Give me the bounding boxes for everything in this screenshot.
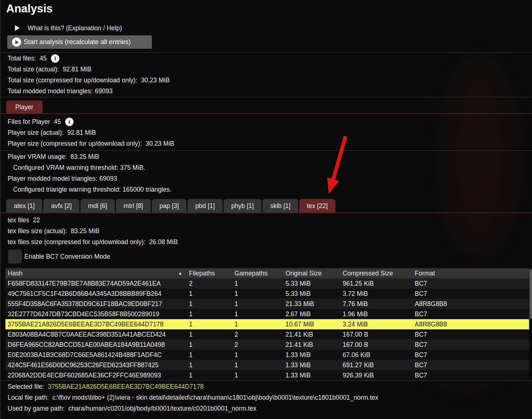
- separator: [0, 52, 532, 52]
- info-icon[interactable]: i: [51, 54, 59, 63]
- column-header-format[interactable]: Format: [415, 268, 435, 278]
- table-row[interactable]: 49C7561CF5C1F42B6D86B4A345A3D8BBB89FB264…: [5, 289, 529, 299]
- column-header-original-size[interactable]: Original Size: [285, 268, 322, 278]
- table-row[interactable]: F658FD833147E79B7BE7A8B83E74AD59A2E461EA…: [5, 278, 529, 289]
- player-vram-line: Player VRAM usage: 83.25 MiB: [8, 151, 99, 162]
- separator: [0, 380, 532, 381]
- table-row[interactable]: E0E2003BA1B3C68D7C66E5A861424B488F1ADF4C…: [5, 350, 529, 360]
- table-row[interactable]: 32E2777D6247DB73CBD4EC535B58F8B500289019…: [5, 309, 529, 319]
- tab-atex[interactable]: atex [1]: [6, 199, 42, 213]
- bc7-conversion-label: Enable BC7 Conversion Mode: [24, 251, 110, 262]
- tex-size-actual-line: tex files size (actual): 83.25 MiB: [8, 226, 99, 236]
- tab-mdl[interactable]: mdl [6]: [80, 199, 115, 213]
- player-files-line: Files for Player 45 i: [8, 116, 74, 127]
- vram-threshold-line: Configured VRAM warning threshold: 375 M…: [13, 162, 145, 173]
- total-files-label: Total files:: [8, 55, 36, 62]
- bc7-conversion-checkbox[interactable]: [8, 250, 22, 263]
- total-size-compressed-line: Total size (compressed for up/download o…: [8, 75, 170, 86]
- column-header-filepaths[interactable]: Filepaths: [189, 268, 215, 278]
- selected-file-line: Selected file: 3755BAE21A826D5E6BEEAE3D7…: [8, 381, 204, 392]
- tex-size-compressed-line: tex files size (compressed for up/downlo…: [8, 236, 178, 247]
- table-row[interactable]: 22068A2DDE4ECBF602685AE36CF2FFC46E989093…: [5, 370, 529, 380]
- info-icon[interactable]: i: [65, 118, 74, 126]
- table-row[interactable]: 555F4D358AC6FA35378DD9C61F18BAC9ED0BF217…: [5, 299, 529, 309]
- start-analysis-label: Start analysis (recalculate all entries): [24, 38, 131, 46]
- table-scrollbar-thumb[interactable]: [529, 269, 532, 319]
- player-size-actual-line: Player size (actual): 92.81 MiB: [8, 127, 96, 138]
- tab-pap[interactable]: pap [3]: [152, 199, 187, 213]
- file-type-tab-bar: atex [1] avfx [2] mdl [6] mtrl [8] pap […: [6, 199, 335, 213]
- tab-phyb[interactable]: phyb [1]: [224, 199, 261, 213]
- tab-avfx[interactable]: avfx [2]: [43, 199, 79, 213]
- column-header-compressed-size[interactable]: Compressed Size: [343, 268, 393, 278]
- total-files-value: 45: [40, 55, 47, 62]
- triangle-threshold-line: Configured triangle warning threshold: 1…: [13, 184, 172, 195]
- analysis-window: Analysis What is this? (Explanation / He…: [0, 0, 532, 419]
- help-label: What is this? (Explanation / Help): [28, 24, 122, 32]
- table-row[interactable]: 424C5F461E56D0DC96253C26FED62343FF887425…: [5, 360, 529, 370]
- page-title: Analysis: [6, 2, 53, 15]
- annotation-arrow: [315, 131, 355, 199]
- player-size-compressed-line: Player size (compressed for up/download …: [8, 138, 174, 149]
- tab-underline: [0, 113, 532, 114]
- total-triangles-line: Total modded model triangles: 69093: [8, 86, 113, 97]
- table-row-selected[interactable]: 3755BAE21A826D5E6BEEAE3D7BC49BEE644D7178…: [5, 319, 529, 329]
- tab-player[interactable]: Player: [6, 101, 43, 114]
- player-triangles-line: Player modded model triangles: 69093: [8, 173, 117, 184]
- tab-mtrl[interactable]: mtrl [8]: [116, 199, 150, 213]
- tab-sklb[interactable]: sklb [1]: [263, 199, 298, 213]
- tab-pbd[interactable]: pbd [1]: [188, 199, 222, 213]
- tab-tex[interactable]: tex [22]: [299, 199, 335, 213]
- total-files-line: Total files: 45 i: [8, 53, 59, 64]
- total-size-actual-line: Total size (actual): 92.81 MiB: [8, 64, 91, 75]
- tab-underline: [0, 212, 532, 213]
- column-header-hash[interactable]: Hash: [8, 268, 23, 278]
- play-icon: [12, 38, 21, 47]
- collapse-arrow-icon: [15, 25, 20, 31]
- help-collapsing-header[interactable]: What is this? (Explanation / Help): [15, 23, 122, 34]
- start-analysis-button[interactable]: Start analysis (recalculate all entries): [7, 35, 152, 49]
- sort-ascending-icon: ▲: [178, 268, 182, 278]
- table-header-row: Hash ▲ Filepaths Gamepaths Original Size…: [5, 268, 529, 278]
- tex-count-line: tex files 22: [8, 215, 40, 226]
- table-row[interactable]: E803A08BA4C8B7C0AAEEAC398D351A41ABCED424…: [5, 329, 529, 340]
- tex-files-table: Hash ▲ Filepaths Gamepaths Original Size…: [5, 268, 529, 380]
- table-scrollbar-track[interactable]: [529, 268, 532, 380]
- background-glow: [448, 62, 510, 251]
- game-path-line: Used by game path: chara/human/c0201/obj…: [8, 403, 256, 414]
- local-file-path-line: Local file path: c:\ffxiv mods\bibo+ (2)…: [8, 392, 378, 403]
- table-row[interactable]: D6FEA965CC82ABCCD51AE00ABEA184A9B11A0498…: [5, 340, 529, 350]
- column-header-gamepaths[interactable]: Gamepaths: [235, 268, 267, 278]
- separator: [0, 150, 532, 151]
- selected-file-hash: 3755BAE21A826D5E6BEEAE3D7BC49BEE644D7178: [48, 383, 204, 391]
- separator: [0, 97, 532, 97]
